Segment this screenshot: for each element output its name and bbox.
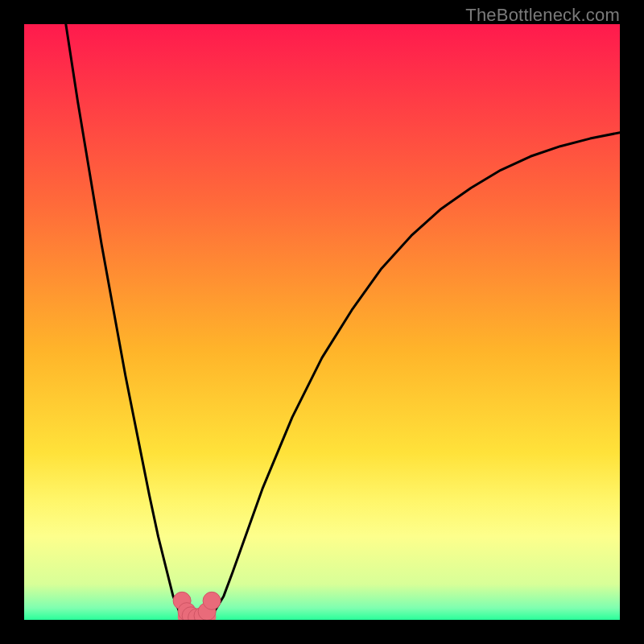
trough-marker [203,592,221,609]
plot-area [24,24,620,620]
attribution-label: TheBottleneck.com [465,5,620,26]
chart-frame: TheBottleneck.com [0,0,644,644]
gradient-background [24,24,620,620]
chart-svg [24,24,620,620]
